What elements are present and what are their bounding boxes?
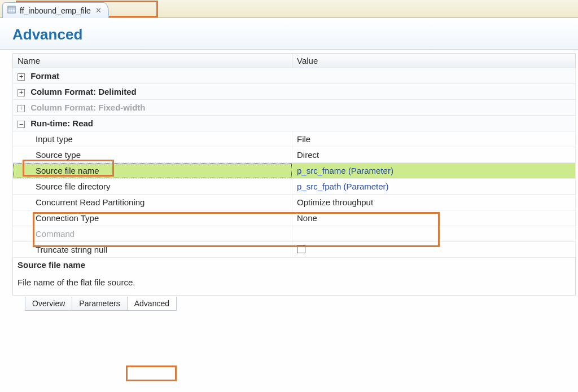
expand-icon[interactable]: + (17, 89, 25, 96)
prop-value[interactable]: Direct (292, 147, 576, 163)
prop-row-source-type[interactable]: Source type Direct (13, 147, 576, 163)
file-tab[interactable]: ff_inbound_emp_file ✕ (2, 2, 109, 18)
prop-value[interactable] (292, 242, 576, 258)
prop-row-source-file-directory[interactable]: Source file directory p_src_fpath (Param… (13, 179, 576, 195)
expand-icon: + (17, 105, 25, 112)
collapse-icon[interactable]: − (17, 121, 25, 128)
prop-row-command: Command (13, 226, 576, 242)
prop-name: Connection Type (13, 210, 292, 226)
content-area: Name Value + Format + Column Format: Del… (0, 50, 578, 311)
prop-row-source-file-name[interactable]: Source file name p_src_fname (Parameter) (13, 163, 576, 179)
prop-value (292, 226, 576, 242)
prop-name: Command (13, 226, 292, 242)
group-runtime-read[interactable]: − Run-time: Read (13, 116, 576, 131)
tab-advanced[interactable]: Advanced (127, 297, 177, 311)
description-body: File name of the flat file source. (17, 278, 571, 287)
group-label: Run-time: Read (30, 118, 93, 128)
properties-table: Name Value + Format + Column Format: Del… (12, 53, 576, 258)
checkbox[interactable] (297, 245, 305, 253)
prop-row-connection-type[interactable]: Connection Type None (13, 210, 576, 226)
prop-value[interactable]: p_src_fpath (Parameter) (292, 179, 576, 195)
annotation-box (126, 365, 177, 381)
prop-row-input-type[interactable]: Input type File (13, 131, 576, 147)
page-title: Advanced (12, 26, 568, 43)
flat-file-icon (7, 5, 16, 16)
close-tab-button[interactable]: ✕ (94, 6, 103, 15)
expand-icon[interactable]: + (17, 73, 25, 81)
prop-name: Truncate string null (13, 242, 292, 258)
editor-header: Advanced (0, 18, 578, 50)
prop-name: Input type (13, 131, 292, 147)
prop-name: Source file name (13, 163, 292, 179)
group-format[interactable]: + Format (13, 68, 576, 84)
file-tab-label: ff_inbound_emp_file (20, 6, 91, 15)
col-header-name[interactable]: Name (13, 54, 292, 68)
parameter-link[interactable]: p_src_fpath (Parameter) (297, 182, 389, 191)
prop-value[interactable]: p_src_fname (Parameter) (292, 163, 576, 179)
prop-value[interactable]: File (292, 131, 576, 147)
group-label: Column Format: Delimited (30, 87, 137, 96)
tab-parameters[interactable]: Parameters (72, 297, 127, 311)
prop-name: Concurrent Read Partitioning (13, 195, 292, 210)
group-label: Format (30, 71, 59, 81)
tab-overview[interactable]: Overview (25, 297, 72, 311)
group-column-delimited[interactable]: + Column Format: Delimited (13, 84, 576, 100)
prop-value[interactable]: Optimize throughput (292, 195, 576, 210)
prop-name: Source type (13, 147, 292, 163)
editor-tab-strip: ff_inbound_emp_file ✕ (0, 0, 578, 18)
prop-row-concurrent-read[interactable]: Concurrent Read Partitioning Optimize th… (13, 195, 576, 210)
group-column-fixed: + Column Format: Fixed-width (13, 100, 576, 116)
prop-row-truncate-string-null[interactable]: Truncate string null (13, 242, 576, 258)
editor-page-tabs: Overview Parameters Advanced (12, 297, 576, 311)
prop-name: Source file directory (13, 179, 292, 195)
prop-value[interactable]: None (292, 210, 576, 226)
col-header-value[interactable]: Value (292, 54, 576, 68)
description-title: Source file name (17, 260, 571, 270)
parameter-link[interactable]: p_src_fname (Parameter) (297, 166, 393, 175)
group-label: Column Format: Fixed-width (30, 103, 145, 112)
property-description: Source file name File name of the flat f… (12, 258, 576, 296)
